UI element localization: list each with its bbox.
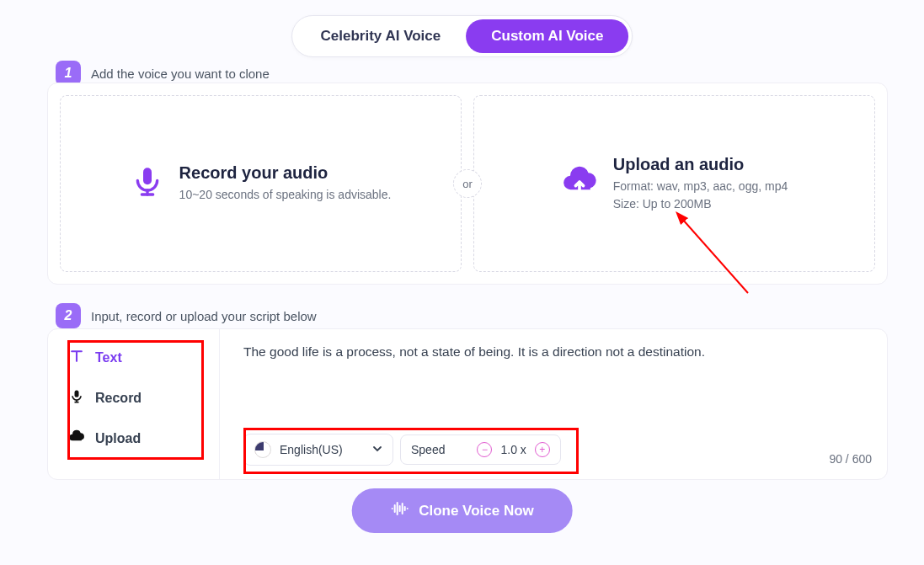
tab-celebrity-voice[interactable]: Celebrity AI Voice bbox=[296, 19, 467, 53]
language-select[interactable]: English(US) bbox=[243, 434, 393, 466]
step-2-header: 2 Input, record or upload your script be… bbox=[56, 303, 317, 328]
microphone-icon bbox=[131, 165, 164, 202]
svg-rect-1 bbox=[75, 391, 79, 397]
upload-title: Upload an audio bbox=[613, 155, 788, 174]
or-separator: or bbox=[453, 169, 482, 198]
script-controls: English(US) Speed − 1.0 x + bbox=[243, 434, 561, 466]
upload-format: Format: wav, mp3, aac, ogg, mp4 bbox=[613, 178, 788, 195]
step-2-label: Input, record or upload your script belo… bbox=[91, 309, 317, 323]
script-panel: Text Record Upload The good life is a pr… bbox=[47, 328, 888, 480]
language-value: English(US) bbox=[280, 443, 343, 456]
text-icon bbox=[68, 348, 85, 368]
record-subtitle: 10~20 seconds of speaking is advisable. bbox=[179, 186, 392, 203]
upload-size: Size: Up to 200MB bbox=[613, 195, 788, 212]
input-tab-record-label: Record bbox=[95, 391, 142, 406]
voice-type-tabs: Celebrity AI Voice Custom AI Voice bbox=[291, 15, 633, 57]
script-area[interactable]: The good life is a process, not a state … bbox=[220, 329, 887, 479]
record-title: Record your audio bbox=[179, 163, 392, 183]
upload-audio-card[interactable]: Upload an audio Format: wav, mp3, aac, o… bbox=[473, 95, 875, 272]
speed-label: Speed bbox=[411, 443, 445, 456]
clone-voice-button[interactable]: Clone Voice Now bbox=[351, 488, 573, 533]
input-method-tabs: Text Record Upload bbox=[48, 329, 220, 479]
input-tab-record[interactable]: Record bbox=[48, 378, 219, 418]
record-audio-card[interactable]: Record your audio 10~20 seconds of speak… bbox=[60, 95, 462, 272]
speed-increment-button[interactable]: + bbox=[535, 442, 550, 457]
cloud-upload-icon bbox=[561, 166, 598, 201]
step-1-label: Add the voice you want to clone bbox=[91, 67, 270, 81]
microphone-small-icon bbox=[68, 388, 85, 408]
script-text: The good life is a process, not a state … bbox=[243, 344, 863, 360]
clone-voice-label: Clone Voice Now bbox=[419, 503, 534, 520]
voice-source-panel: Record your audio 10~20 seconds of speak… bbox=[47, 83, 888, 285]
tab-custom-voice[interactable]: Custom AI Voice bbox=[466, 19, 628, 53]
chevron-down-icon bbox=[372, 443, 382, 456]
us-flag-icon bbox=[254, 441, 271, 458]
speed-control: Speed − 1.0 x + bbox=[400, 434, 561, 465]
cloud-small-icon bbox=[68, 429, 85, 449]
speed-value: 1.0 x bbox=[500, 443, 526, 456]
speed-decrement-button[interactable]: − bbox=[477, 442, 492, 457]
input-tab-text-label: Text bbox=[95, 350, 122, 365]
waveform-icon bbox=[390, 500, 409, 521]
input-tab-upload[interactable]: Upload bbox=[48, 418, 219, 459]
svg-rect-0 bbox=[143, 168, 152, 184]
step-2-badge: 2 bbox=[56, 303, 81, 328]
character-count: 90 / 600 bbox=[829, 452, 872, 466]
input-tab-upload-label: Upload bbox=[95, 431, 141, 446]
input-tab-text[interactable]: Text bbox=[48, 338, 219, 378]
